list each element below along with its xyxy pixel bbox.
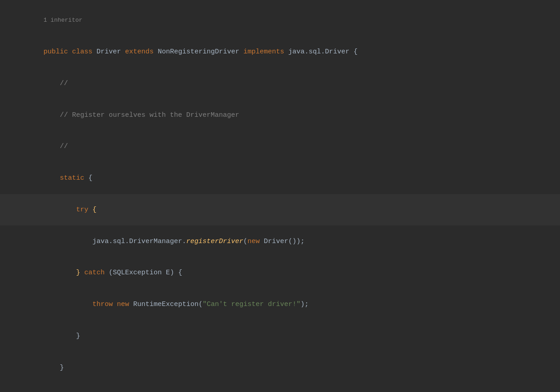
line-content: static { [17,163,560,194]
code-line-7: java.sql.DriverManager.registerDriver(ne… [0,225,560,257]
code-line-blank1 [0,383,560,392]
line-content: try { [17,194,560,226]
inheritor-line: 1 inheritor [0,5,560,36]
line-content: // Register ourselves with the DriverMan… [17,99,560,131]
code-line-1: public class Driver extends NonRegisteri… [0,36,560,68]
code-line-2: // [0,68,560,100]
code-editor: 1 inheritor public class Driver extends … [0,0,560,392]
inheritor-label: 1 inheritor [17,5,560,36]
code-line-5: static { [0,163,560,194]
code-line-9: throw new RuntimeException("Can't regist… [0,289,560,320]
line-content: public class Driver extends NonRegisteri… [17,36,560,68]
code-line-8: } catch (SQLException E) { [0,257,560,289]
code-line-11: } [0,352,560,383]
line-content: } [17,352,560,383]
code-line-3: // Register ourselves with the DriverMan… [0,99,560,131]
line-content: } [17,320,560,352]
code-line-6: try { [0,194,560,226]
code-line-10: } [0,320,560,352]
line-content: java.sql.DriverManager.registerDriver(ne… [17,225,560,257]
line-content: // [17,68,560,100]
code-line-4: // [0,131,560,163]
line-content: throw new RuntimeException("Can't regist… [17,289,560,320]
line-content: // [17,131,560,163]
line-content [17,383,560,392]
line-content: } catch (SQLException E) { [17,257,560,289]
